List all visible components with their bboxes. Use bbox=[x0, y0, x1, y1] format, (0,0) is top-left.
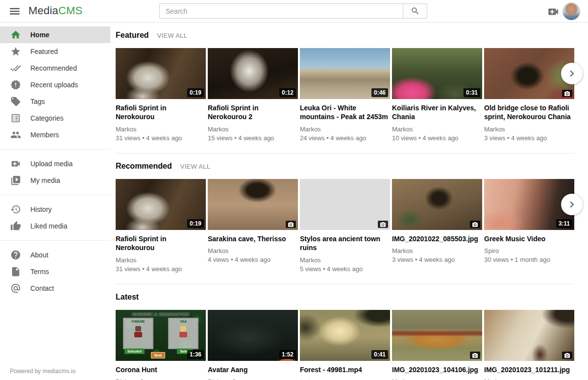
media-author[interactable]: Markos bbox=[484, 126, 574, 133]
media-thumbnail[interactable]: 0:19 bbox=[116, 179, 206, 230]
character-name: YAA bbox=[169, 320, 197, 323]
sidebar-item-terms[interactable]: Terms bbox=[0, 263, 110, 280]
media-thumbnail[interactable] bbox=[392, 310, 482, 361]
mediacms-app: MediaCMS HomeFeaturedRecommendedRecent u… bbox=[0, 0, 588, 380]
media-title[interactable]: Sarakina cave, Therisso bbox=[208, 234, 298, 243]
character-box-right: YAA bbox=[168, 318, 198, 349]
tag-icon bbox=[10, 96, 21, 107]
upload-media-button[interactable] bbox=[547, 5, 560, 17]
media-card: 0:12Rafioli Sprint in Nerokourou 2Markos… bbox=[208, 48, 298, 142]
media-title[interactable]: Leuka Ori - White mountains - Peak at 24… bbox=[300, 103, 390, 122]
media-card: 3:11Greek Music VideoSpiro30 views • 1 m… bbox=[484, 179, 574, 273]
media-author[interactable]: Markos bbox=[208, 247, 298, 254]
media-author[interactable]: test bbox=[300, 378, 390, 380]
media-author[interactable]: Markos bbox=[116, 256, 206, 264]
media-author[interactable]: Markos bbox=[116, 126, 206, 133]
sidebar-item-home[interactable]: Home bbox=[0, 26, 110, 43]
sidebar-item-history[interactable]: History bbox=[0, 201, 110, 218]
video-library-icon bbox=[10, 175, 21, 186]
media-thumbnail[interactable] bbox=[392, 179, 482, 230]
sidebar-item-label: Liked media bbox=[30, 222, 68, 230]
media-title[interactable]: Rafioli Sprint in Nerokourou 2 bbox=[208, 103, 298, 122]
hamburger-menu-button[interactable] bbox=[8, 5, 21, 18]
sidebar-item-recent-uploads[interactable]: Recent uploads bbox=[0, 76, 110, 93]
media-author[interactable]: Dickson Jr. bbox=[116, 378, 206, 380]
section-title: Recommended bbox=[116, 162, 172, 171]
view-all-link[interactable]: VIEW ALL bbox=[180, 163, 211, 170]
media-title[interactable]: Stylos area ancient town ruins bbox=[300, 234, 390, 253]
duration-badge: 1:52 bbox=[279, 350, 296, 359]
search-button[interactable] bbox=[403, 3, 427, 19]
media-thumbnail[interactable]: 0:41 bbox=[300, 310, 390, 361]
video-call-icon bbox=[10, 158, 21, 169]
media-thumbnail[interactable] bbox=[300, 179, 390, 230]
sidebar-item-tags[interactable]: Tags bbox=[0, 93, 110, 110]
media-author[interactable]: Dickson Jr. bbox=[208, 378, 298, 380]
sidebar-item-label: Contact bbox=[30, 284, 54, 292]
media-author[interactable]: Markos bbox=[484, 378, 574, 380]
powered-by-text: Powered by mediacms.io bbox=[10, 368, 75, 375]
sidebar-item-liked-media[interactable]: Liked media bbox=[0, 218, 110, 234]
media-title[interactable]: IMG_20201023_101211.jpg bbox=[484, 365, 574, 374]
sidebar-item-members[interactable]: Members bbox=[0, 127, 110, 143]
view-all-link[interactable]: VIEW ALL bbox=[157, 32, 188, 39]
sidebar-item-contact[interactable]: Contact bbox=[0, 280, 110, 297]
logo[interactable]: MediaCMS bbox=[28, 4, 82, 17]
character-sprite bbox=[134, 326, 142, 338]
sidebar-item-label: Tags bbox=[30, 98, 45, 105]
history-icon bbox=[10, 204, 21, 215]
media-author[interactable]: Markos bbox=[392, 126, 482, 133]
duration-badge: 0:19 bbox=[187, 219, 204, 228]
media-thumbnail[interactable] bbox=[208, 179, 298, 230]
media-thumbnail[interactable]: 0:31 bbox=[392, 48, 482, 99]
section-title: Featured bbox=[116, 31, 149, 40]
media-thumbnail[interactable] bbox=[484, 310, 574, 361]
sidebar-group-3: HistoryLiked media bbox=[0, 195, 110, 240]
media-title[interactable]: Avatar Aang bbox=[208, 365, 298, 374]
media-title[interactable]: IMG_20201023_104106.jpg bbox=[392, 365, 482, 374]
media-thumbnail[interactable]: CHOOSE A CHARACTERKWAMEYAASelectedNextSe… bbox=[116, 310, 206, 361]
media-author[interactable]: Spiro bbox=[484, 247, 574, 254]
media-title[interactable]: Rafioli Sprint in Nerokourou bbox=[116, 234, 206, 253]
sidebar-item-featured[interactable]: Featured bbox=[0, 43, 110, 60]
media-title[interactable]: Forest - 49981.mp4 bbox=[300, 365, 390, 374]
sidebar-item-about[interactable]: About bbox=[0, 247, 110, 263]
media-title[interactable]: Rafioli Sprint in Nerokourou bbox=[116, 103, 206, 122]
logo-media-text: Media bbox=[28, 4, 58, 17]
media-views-date: 4 views • 4 weeks ago bbox=[208, 256, 298, 263]
media-thumbnail[interactable]: 0:12 bbox=[208, 48, 298, 99]
sidebar-item-recommended[interactable]: Recommended bbox=[0, 60, 110, 76]
duration-badge: 0:41 bbox=[371, 350, 388, 359]
sidebar: HomeFeaturedRecommendedRecent uploadsTag… bbox=[0, 23, 110, 380]
media-author[interactable]: Markos bbox=[300, 256, 390, 264]
duration-badge: 1:36 bbox=[187, 350, 204, 359]
media-thumbnail[interactable]: 1:52 bbox=[208, 310, 298, 361]
duration-badge: 0:12 bbox=[279, 88, 296, 97]
at-icon bbox=[10, 283, 21, 294]
user-menu-button[interactable] bbox=[563, 2, 580, 20]
media-thumbnail[interactable]: 0:19 bbox=[116, 48, 206, 99]
media-title[interactable]: Koiliaris River in Kalyves, Chania bbox=[392, 103, 482, 122]
media-author[interactable]: Markos bbox=[392, 378, 482, 380]
sidebar-item-categories[interactable]: Categories bbox=[0, 110, 110, 127]
media-title[interactable]: IMG_20201022_085503.jpg bbox=[392, 234, 482, 243]
character-sprite bbox=[179, 326, 187, 338]
media-card: IMG_20201022_085503.jpgMarkos3 views • 4… bbox=[392, 179, 482, 273]
media-author[interactable]: Markos bbox=[392, 247, 482, 254]
camera-icon bbox=[564, 353, 570, 359]
media-card: 0:31Koiliaris River in Kalyves, ChaniaMa… bbox=[392, 48, 482, 142]
media-thumbnail[interactable]: 0:46 bbox=[300, 48, 390, 99]
search-input[interactable] bbox=[159, 3, 403, 19]
media-title[interactable]: Corona Hunt bbox=[116, 365, 206, 374]
sidebar-item-upload-media[interactable]: Upload media bbox=[0, 155, 110, 172]
media-title[interactable]: Old bridge close to Rafioli sprint, Nero… bbox=[484, 103, 574, 122]
search-bar bbox=[159, 3, 427, 19]
media-views-date: 3 views • 4 weeks ago bbox=[484, 134, 574, 142]
sidebar-item-my-media[interactable]: My media bbox=[0, 172, 110, 189]
media-views-date: 10 views • 4 weeks ago bbox=[392, 134, 482, 142]
media-title[interactable]: Greek Music Video bbox=[484, 234, 574, 243]
media-author[interactable]: Markos bbox=[300, 126, 390, 133]
scroll-next-button[interactable] bbox=[561, 63, 583, 84]
scroll-next-button[interactable] bbox=[561, 194, 583, 215]
media-author[interactable]: Markos bbox=[208, 126, 298, 133]
